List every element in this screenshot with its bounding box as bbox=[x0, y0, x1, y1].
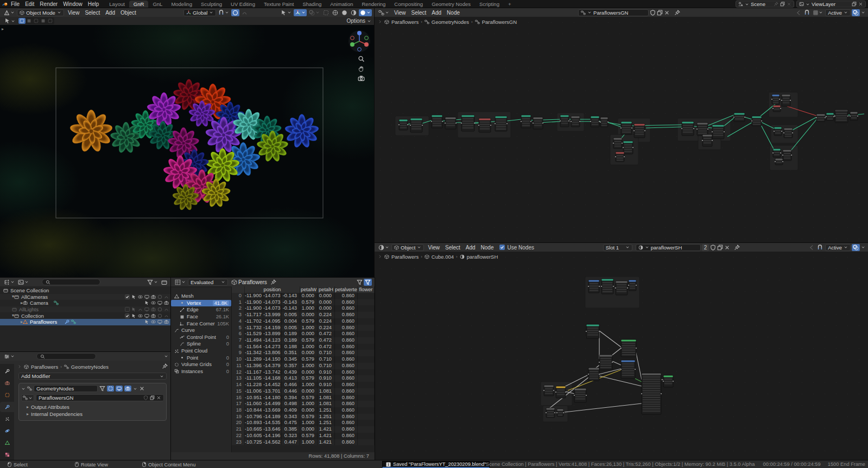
node[interactable] bbox=[620, 339, 637, 357]
outliner-row-allcameras[interactable]: ▾AllCameras bbox=[0, 294, 171, 300]
properties-tab-texture[interactable] bbox=[0, 450, 14, 460]
cam-icon[interactable] bbox=[151, 294, 156, 299]
particles-tab-icon[interactable] bbox=[5, 416, 10, 421]
display-cage-toggle[interactable] bbox=[107, 386, 114, 392]
domain-point-cloud[interactable]: Point Cloud bbox=[171, 348, 231, 355]
show-gizmo-toggle[interactable] bbox=[294, 9, 307, 16]
pin-icon[interactable] bbox=[734, 245, 740, 251]
transform-orientation[interactable]: Global bbox=[183, 9, 216, 16]
node[interactable] bbox=[782, 150, 792, 161]
domain-face[interactable]: Face26.1K bbox=[171, 313, 231, 320]
workspace-tab-+[interactable]: + bbox=[504, 1, 516, 8]
domain-control-point[interactable]: Control Point0 bbox=[171, 334, 231, 341]
outliner-row-alllights[interactable]: AllLights bbox=[0, 306, 171, 313]
display-render-toggle[interactable] bbox=[124, 386, 131, 392]
node[interactable] bbox=[533, 117, 543, 129]
extras-menu-icon[interactable] bbox=[133, 387, 137, 391]
remove-modifier-icon[interactable] bbox=[139, 386, 145, 392]
properties-tab-tool[interactable] bbox=[0, 366, 14, 376]
menu-add[interactable]: Add bbox=[429, 10, 444, 16]
corner-icon[interactable] bbox=[180, 321, 185, 326]
domain-mesh[interactable]: Mesh bbox=[171, 293, 231, 300]
fake-user-icon[interactable] bbox=[143, 395, 148, 400]
cursor-icon[interactable] bbox=[131, 313, 136, 318]
close-icon[interactable] bbox=[724, 245, 730, 251]
node-group-field[interactable]: ParaflowersGN bbox=[36, 394, 164, 401]
viewport-canvas[interactable]: ▸ bbox=[0, 25, 375, 278]
navigation-gizmo[interactable] bbox=[347, 29, 371, 53]
cam-icon[interactable] bbox=[164, 300, 169, 305]
breadcrumb-item[interactable]: Paraflowers bbox=[31, 364, 58, 370]
collection-icon[interactable] bbox=[12, 307, 17, 312]
collection-icon[interactable] bbox=[3, 288, 8, 293]
menu-view[interactable]: View bbox=[391, 10, 409, 16]
node[interactable] bbox=[615, 281, 628, 295]
node[interactable] bbox=[816, 114, 826, 121]
parent-tree-icon[interactable] bbox=[809, 245, 815, 251]
options-button[interactable]: Options bbox=[347, 18, 371, 24]
outliner-row-camera[interactable]: ▸Camera bbox=[0, 300, 171, 306]
node[interactable] bbox=[633, 124, 645, 138]
workspace-tab-gnl[interactable]: GnL bbox=[148, 1, 167, 8]
outliner-row-scene-collection[interactable]: Scene Collection bbox=[0, 287, 171, 294]
node[interactable] bbox=[574, 388, 587, 402]
dataset-selector[interactable]: Evaluated bbox=[188, 279, 228, 286]
eye-icon[interactable] bbox=[151, 319, 156, 324]
editor-type-button[interactable] bbox=[377, 9, 390, 16]
menu-object[interactable]: Object bbox=[118, 10, 139, 16]
slot-selector[interactable]: Slot 1 bbox=[603, 244, 632, 251]
node[interactable] bbox=[521, 115, 531, 128]
select-mode-extend[interactable] bbox=[26, 18, 33, 24]
menu-node[interactable]: Node bbox=[478, 245, 497, 251]
parent-tree-icon[interactable] bbox=[796, 10, 802, 16]
node[interactable] bbox=[543, 385, 554, 396]
cam-icon[interactable] bbox=[23, 300, 28, 305]
texture-tab-icon[interactable] bbox=[5, 452, 10, 457]
camera-data-icon[interactable] bbox=[54, 300, 59, 305]
node[interactable] bbox=[613, 138, 623, 149]
copy-icon[interactable] bbox=[852, 2, 857, 7]
material-users-count[interactable]: 2 bbox=[702, 244, 709, 251]
menu-view[interactable]: View bbox=[425, 245, 442, 251]
domain-point[interactable]: Point0 bbox=[171, 354, 231, 361]
column-header-position[interactable]: position bbox=[245, 286, 300, 293]
mouseR-icon[interactable] bbox=[142, 461, 146, 467]
properties-tab-render[interactable] bbox=[0, 378, 14, 388]
edit-mode-display-icon[interactable] bbox=[99, 386, 105, 392]
workspace-tab-uv-editing[interactable]: UV Editing bbox=[226, 1, 259, 8]
face-icon[interactable] bbox=[180, 315, 185, 319]
screen-icon[interactable] bbox=[144, 294, 149, 299]
pcloud-icon[interactable] bbox=[174, 349, 179, 354]
modifier-section-output-attributes[interactable]: ▸Output Attributes bbox=[23, 403, 165, 411]
node[interactable] bbox=[781, 94, 791, 106]
data-tab-icon[interactable] bbox=[5, 440, 10, 445]
shading-material[interactable] bbox=[350, 9, 358, 16]
chevron-down-icon[interactable] bbox=[861, 245, 865, 249]
select-mode-new[interactable] bbox=[18, 18, 26, 24]
node[interactable] bbox=[772, 149, 781, 157]
outliner-search[interactable] bbox=[42, 279, 100, 285]
node[interactable] bbox=[772, 105, 781, 112]
checkon-icon[interactable] bbox=[125, 313, 130, 318]
screen-icon[interactable] bbox=[144, 313, 149, 318]
node[interactable] bbox=[615, 152, 625, 162]
editor-type-button[interactable] bbox=[3, 353, 16, 360]
properties-tab-object[interactable] bbox=[0, 390, 14, 400]
outliner-row-paraflowers[interactable]: ▸Paraflowers bbox=[0, 319, 171, 325]
filter-icon[interactable] bbox=[357, 279, 363, 285]
breadcrumb-expand-icon[interactable] bbox=[17, 364, 22, 369]
collapse-icon[interactable] bbox=[21, 387, 26, 391]
cursor-icon[interactable] bbox=[131, 307, 136, 312]
workspace-tab-scripting[interactable]: Scripting bbox=[475, 1, 504, 8]
workspace-tab-animation[interactable]: Animation bbox=[326, 1, 357, 8]
domain-curve[interactable]: Curve bbox=[171, 327, 231, 334]
select-mode-intersect[interactable] bbox=[47, 18, 54, 24]
mouseM-icon[interactable] bbox=[75, 461, 79, 467]
pin-icon[interactable] bbox=[270, 279, 276, 285]
material-selector[interactable]: paraflowerSH bbox=[636, 244, 701, 251]
domain-instances[interactable]: Instances0 bbox=[171, 368, 231, 375]
proportional-edit-toggle[interactable] bbox=[231, 9, 239, 16]
copy-icon[interactable] bbox=[657, 10, 663, 16]
snap-toggle[interactable] bbox=[803, 9, 811, 16]
node[interactable] bbox=[733, 113, 745, 121]
